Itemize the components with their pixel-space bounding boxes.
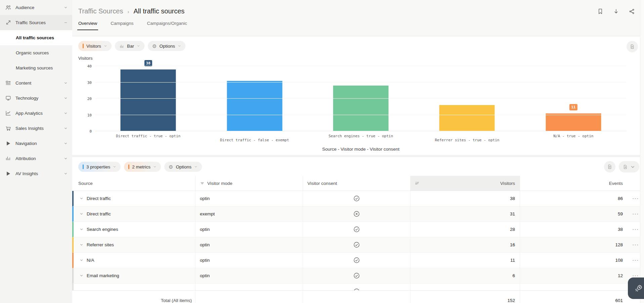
sidebar-item-navigation[interactable]: Navigation xyxy=(0,136,72,151)
assistant-rocket-button[interactable] xyxy=(628,277,644,299)
chevron-down-icon xyxy=(64,172,68,175)
visitor-mode-cell: optin xyxy=(195,191,303,206)
chevron-down-icon xyxy=(64,6,68,9)
visitors-cell: 28 xyxy=(410,222,520,237)
table-row[interactable]: Email marketing optin 6 12 ··· xyxy=(72,268,644,284)
table-controls: 3 properties 2 metrics ⚙ Options xyxy=(72,161,644,172)
table-row[interactable]: Search engines optin 28 38 ··· xyxy=(72,222,644,237)
check-circle-icon xyxy=(353,257,360,263)
table-body: Direct traffic optin 38 86 ··· Direct tr… xyxy=(72,191,644,284)
visitor-consent-cell xyxy=(303,206,410,221)
sidebar-item-sales-insights[interactable]: Sales Insights xyxy=(0,121,72,136)
bar-direct-traffic-false-exempt[interactable] xyxy=(227,81,282,131)
sales-insights-icon xyxy=(4,125,12,132)
x-circle-icon xyxy=(353,211,360,217)
source-cell[interactable]: Direct traffic xyxy=(87,211,111,216)
table-options-button[interactable]: ⚙ Options xyxy=(164,162,202,172)
chevron-down-icon xyxy=(64,111,68,115)
column-header-events[interactable]: Events xyxy=(520,176,628,191)
chart-options-button[interactable]: ⚙ Options xyxy=(148,41,185,51)
column-header-visitors[interactable]: Visitors xyxy=(410,176,520,191)
sidebar-item-av-insights[interactable]: AV Insights xyxy=(0,166,72,181)
gridline xyxy=(95,98,627,99)
table-total-row: Total (All items) 152 601 xyxy=(72,290,644,303)
source-cell[interactable]: Referrer sites xyxy=(87,242,114,247)
sidebar-item-label: AV Insights xyxy=(15,171,38,176)
chevron-down-icon[interactable] xyxy=(80,243,83,247)
tab-campaigns-organic[interactable]: Campaigns/Organic xyxy=(147,21,187,30)
table-row[interactable]: Referrer sites optin 16 128 ··· xyxy=(72,237,644,253)
sidebar-item-attribution[interactable]: Attribution xyxy=(0,151,72,166)
visitor-consent-cell xyxy=(303,191,410,206)
chart-axis-caption: Source - Visitor mode - Visitor consent xyxy=(95,147,627,152)
sidebar-item-content[interactable]: Content xyxy=(0,75,72,91)
share-icon[interactable] xyxy=(629,8,635,15)
events-cell: 128 xyxy=(520,237,628,252)
breadcrumb: Traffic Sources › All traffic sources xyxy=(72,0,644,15)
chevron-down-icon[interactable] xyxy=(80,228,83,231)
sidebar-item-audience[interactable]: Audience xyxy=(0,0,72,15)
chevron-down-icon[interactable] xyxy=(80,258,83,262)
chevron-down-icon[interactable] xyxy=(80,212,83,216)
table-row[interactable]: Direct traffic optin 38 86 ··· xyxy=(72,191,644,206)
column-header-source[interactable]: Source xyxy=(72,176,195,191)
properties-selector-label: 3 properties xyxy=(86,164,110,169)
tab-label: Campaigns/Organic xyxy=(147,21,187,26)
source-cell[interactable]: Direct traffic xyxy=(87,196,111,201)
audience-icon xyxy=(4,4,12,11)
bar-search-engines-true-optin[interactable] xyxy=(333,86,389,131)
gridline xyxy=(95,66,627,66)
table-export-button[interactable] xyxy=(619,161,639,172)
source-cell[interactable]: Search engines xyxy=(87,227,118,232)
visitor-mode-cell: optin xyxy=(195,237,303,252)
table-row[interactable]: N/A optin 11 108 ··· xyxy=(72,253,644,268)
properties-selector[interactable]: 3 properties xyxy=(78,162,121,172)
source-cell[interactable]: Email marketing xyxy=(87,273,119,278)
breadcrumb-parent[interactable]: Traffic Sources xyxy=(78,7,123,15)
chart-section: Visitors Bar ⚙ Options Visitors xyxy=(72,36,644,155)
tab-label: Campaigns xyxy=(111,21,133,26)
table-row[interactable]: Direct traffic exempt 31 59 ··· xyxy=(72,206,644,222)
sidebar-item-label: Navigation xyxy=(15,141,37,146)
sidebar-item-organic-sources[interactable]: Organic sources xyxy=(0,45,72,60)
bar-slot xyxy=(414,66,520,131)
sidebar-item-marketing-sources[interactable]: Marketing sources xyxy=(0,60,72,75)
sidebar-item-app-analytics[interactable]: App Analytics xyxy=(0,106,72,121)
bookmark-icon[interactable] xyxy=(597,8,604,15)
table-row-partial[interactable] xyxy=(72,284,644,290)
chevron-down-icon xyxy=(64,96,68,100)
bar-chart-icon xyxy=(119,44,124,49)
sidebar-item-label: Content xyxy=(15,81,31,86)
gear-icon: ⚙ xyxy=(152,44,157,49)
sidebar-item-technology[interactable]: Technology xyxy=(0,91,72,106)
bar-referrer-sites-true-optin[interactable] xyxy=(439,105,495,131)
sidebar-item-traffic-sources[interactable]: Traffic Sources xyxy=(0,15,72,30)
traffic-sources-icon xyxy=(4,19,12,27)
sidebar-items: Audience Traffic Sources All traffic sou… xyxy=(0,0,72,181)
column-header-visitor-mode[interactable]: Visitor mode xyxy=(195,176,303,191)
source-cell[interactable]: N/A xyxy=(87,258,94,263)
chart-type-selector[interactable]: Bar xyxy=(115,41,144,51)
bar-value-badge: 38 xyxy=(144,60,152,66)
column-header-visitor-consent[interactable]: Visitor consent xyxy=(303,176,410,191)
tab-campaigns[interactable]: Campaigns xyxy=(111,21,133,30)
bar-direct-traffic-true-optin[interactable]: 38 xyxy=(121,69,176,131)
annotations-button[interactable] xyxy=(627,41,638,52)
metrics-selector[interactable]: 2 metrics xyxy=(124,162,161,172)
chevron-down-icon[interactable] xyxy=(80,274,83,277)
chevron-down-icon[interactable] xyxy=(80,197,83,200)
scrollbar[interactable] xyxy=(640,0,644,303)
column-header-label: Visitors xyxy=(500,181,515,186)
chart-controls: Visitors Bar ⚙ Options xyxy=(78,41,636,51)
metrics-selector-label: 2 metrics xyxy=(132,164,151,169)
table-annotations-button[interactable] xyxy=(604,161,615,172)
metric-selector[interactable]: Visitors xyxy=(78,41,112,51)
sidebar-item-all-traffic-sources[interactable]: All traffic sources xyxy=(0,30,72,45)
tab-overview[interactable]: Overview xyxy=(78,21,97,30)
topbar: Traffic Sources › All traffic sources Ov… xyxy=(72,0,644,36)
visitor-mode-cell: optin xyxy=(195,222,303,237)
x-category-label: Direct traffic - true - optin xyxy=(95,134,201,146)
bar-n-a-true-optin[interactable]: 11 xyxy=(546,113,601,131)
x-category-label: Referrer sites - true - optin xyxy=(414,134,520,146)
download-icon[interactable] xyxy=(613,8,619,15)
